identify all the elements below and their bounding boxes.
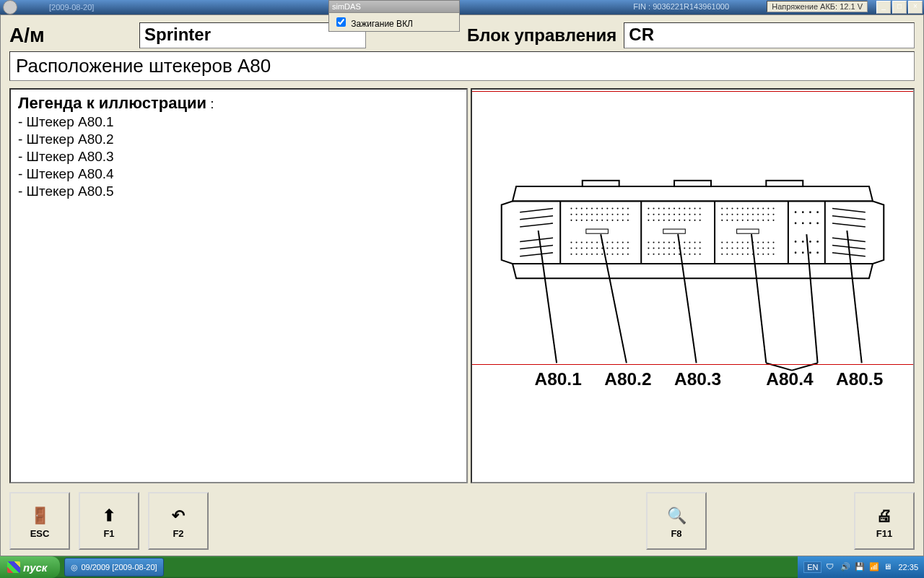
ignition-text: Зажигание ВКЛ (351, 19, 413, 29)
maximize-button[interactable]: □ (892, 1, 907, 14)
svg-point-52 (586, 220, 588, 221)
svg-point-175 (726, 214, 728, 215)
printer-icon: 🖨 (876, 504, 892, 528)
svg-point-55 (601, 220, 603, 221)
tray-icon[interactable]: 🔊 (840, 562, 850, 572)
diagram-label: A80.1 (535, 369, 582, 389)
svg-point-50 (576, 220, 578, 221)
svg-point-196 (721, 241, 723, 243)
tray-icon[interactable]: 💾 (855, 562, 865, 572)
svg-line-247 (678, 234, 696, 363)
svg-point-57 (611, 220, 613, 221)
svg-point-201 (747, 241, 749, 243)
svg-point-141 (648, 248, 649, 249)
svg-point-240 (816, 241, 819, 243)
svg-point-207 (721, 248, 723, 249)
taskbar-item[interactable]: ◎ 09/2009 [2009-08-20] (64, 558, 163, 577)
ignition-checkbox[interactable] (336, 17, 346, 27)
svg-point-173 (772, 208, 774, 210)
svg-point-89 (591, 254, 593, 255)
svg-point-109 (653, 214, 655, 215)
svg-point-41 (591, 214, 593, 215)
magnifier-icon: 🔍 (667, 504, 687, 528)
svg-point-180 (752, 214, 754, 215)
ecu-field: CR (624, 22, 915, 48)
svg-point-159 (684, 254, 685, 255)
svg-point-37 (570, 214, 572, 215)
svg-point-31 (601, 208, 603, 210)
svg-point-191 (752, 220, 754, 221)
close-button[interactable]: × (908, 1, 923, 14)
svg-point-181 (757, 214, 759, 215)
f2-button[interactable]: ↶ F2 (148, 492, 209, 550)
svg-point-68 (606, 241, 608, 243)
svg-point-140 (699, 241, 701, 243)
svg-point-167 (742, 208, 744, 210)
svg-point-210 (737, 248, 738, 249)
svg-point-237 (795, 241, 797, 243)
simdas-window[interactable]: simDAS Зажигание ВКЛ (328, 0, 460, 32)
clock[interactable]: 22:35 (898, 563, 918, 571)
svg-point-134 (668, 241, 670, 243)
minimize-button[interactable]: _ (876, 1, 891, 14)
svg-point-226 (762, 254, 764, 255)
svg-point-232 (816, 211, 819, 213)
svg-point-137 (684, 241, 685, 243)
svg-point-63 (581, 241, 583, 243)
svg-point-211 (742, 248, 744, 249)
footer-toolbar: 🚪 ESC ⬆ F1 ↶ F2 🔍 F8 🖨 F11 (1, 489, 923, 556)
svg-point-176 (731, 214, 733, 215)
svg-point-64 (586, 241, 588, 243)
svg-point-45 (611, 214, 613, 215)
legend-title: Легенда к иллюстрации (18, 94, 206, 112)
tray-icon[interactable]: 📶 (869, 562, 879, 572)
svg-line-17 (832, 216, 866, 220)
f8-button[interactable]: 🔍 F8 (646, 492, 707, 550)
svg-point-156 (668, 254, 670, 255)
diagram-pane: A80.1 A80.2 A80.3 A80.4 A80.5 (471, 88, 915, 483)
svg-point-144 (663, 248, 665, 249)
svg-point-212 (747, 248, 749, 249)
svg-point-49 (570, 220, 572, 221)
svg-point-74 (576, 248, 578, 249)
ignition-checkbox-label[interactable]: Зажигание ВКЛ (334, 19, 413, 29)
svg-point-125 (679, 220, 680, 221)
svg-point-186 (726, 220, 728, 221)
svg-point-153 (653, 254, 655, 255)
svg-point-127 (689, 220, 690, 221)
svg-point-164 (726, 208, 728, 210)
svg-point-110 (658, 214, 660, 215)
svg-point-139 (694, 241, 696, 243)
svg-point-39 (581, 214, 583, 215)
svg-point-130 (648, 241, 649, 243)
connector-diagram-icon: A80.1 A80.2 A80.3 A80.4 A80.5 (472, 90, 913, 482)
svg-point-93 (611, 254, 613, 255)
tray-icon[interactable]: 🖥 (884, 562, 894, 572)
svg-point-61 (570, 241, 572, 243)
svg-point-85 (570, 254, 572, 255)
svg-point-235 (809, 223, 811, 225)
svg-point-163 (721, 208, 723, 210)
svg-rect-22 (586, 229, 609, 233)
f1-button[interactable]: ⬆ F1 (79, 492, 139, 550)
f11-button[interactable]: 🖨 F11 (854, 492, 915, 550)
esc-button[interactable]: 🚪 ESC (9, 492, 70, 550)
svg-point-51 (581, 220, 583, 221)
svg-point-215 (762, 248, 764, 249)
svg-point-116 (689, 214, 690, 215)
svg-point-222 (742, 254, 744, 255)
svg-point-229 (795, 211, 797, 213)
svg-rect-24 (737, 229, 759, 233)
svg-point-170 (757, 208, 759, 210)
svg-point-107 (699, 208, 701, 210)
start-button[interactable]: пуск (0, 556, 60, 578)
svg-point-131 (653, 241, 655, 243)
svg-point-142 (653, 248, 655, 249)
mercedes-logo-icon (3, 0, 17, 14)
svg-point-132 (658, 241, 660, 243)
svg-point-236 (816, 223, 819, 225)
tray-icon[interactable]: 🛡 (826, 562, 836, 572)
legend-item: - Штекер A80.3 (18, 149, 459, 165)
svg-point-171 (762, 208, 764, 210)
language-indicator[interactable]: EN (803, 561, 821, 573)
